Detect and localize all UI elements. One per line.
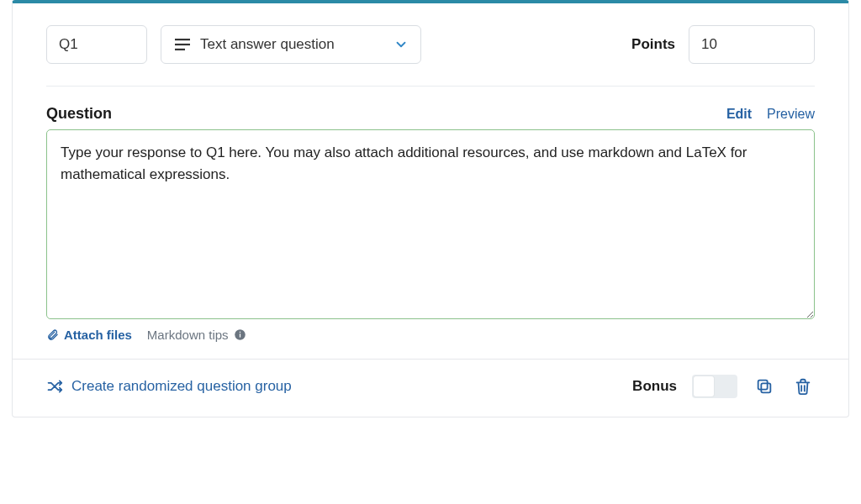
attach-files-button[interactable]: Attach files (46, 328, 132, 342)
question-type-label: Text answer question (200, 36, 335, 53)
card-footer: Create randomized question group Bonus (13, 359, 848, 417)
bonus-toggle[interactable] (692, 375, 737, 398)
points-label: Points (631, 36, 675, 53)
shuffle-icon (46, 378, 63, 395)
chevron-down-icon (394, 37, 409, 52)
svg-rect-1 (175, 44, 190, 45)
attach-files-label: Attach files (64, 328, 132, 342)
svg-rect-2 (175, 49, 185, 50)
paperclip-icon (46, 328, 59, 341)
editor-heading: Question (46, 105, 112, 123)
copy-icon (755, 377, 774, 396)
svg-rect-4 (239, 333, 240, 337)
markdown-tips-button[interactable]: Markdown tips (147, 328, 246, 342)
svg-rect-0 (175, 39, 190, 40)
markdown-tips-label: Markdown tips (147, 328, 229, 342)
question-name-input[interactable] (46, 25, 147, 64)
editor-header: Question Edit Preview (13, 87, 848, 129)
duplicate-button[interactable] (753, 375, 776, 398)
create-random-group-button[interactable]: Create randomized question group (46, 378, 292, 395)
editor-wrap (13, 129, 848, 319)
tab-edit[interactable]: Edit (726, 107, 752, 122)
question-top-row: Text answer question Points (13, 3, 848, 64)
points-input[interactable] (689, 25, 815, 64)
bonus-toggle-thumb (694, 376, 714, 396)
create-random-group-label: Create randomized question group (71, 378, 292, 395)
trash-icon (794, 377, 812, 396)
delete-button[interactable] (791, 375, 815, 398)
text-lines-icon (175, 39, 190, 50)
bonus-label: Bonus (632, 378, 677, 395)
info-icon (234, 328, 246, 341)
editor-tabs: Edit Preview (726, 107, 815, 122)
tab-preview[interactable]: Preview (767, 107, 815, 122)
svg-rect-7 (758, 381, 768, 390)
editor-footer-links: Attach files Markdown tips (13, 319, 848, 359)
question-card: Text answer question Points Question Edi… (12, 0, 849, 417)
question-body-textarea[interactable] (46, 129, 815, 319)
svg-rect-6 (761, 383, 770, 392)
svg-rect-5 (239, 332, 240, 333)
question-type-select[interactable]: Text answer question (161, 25, 421, 64)
